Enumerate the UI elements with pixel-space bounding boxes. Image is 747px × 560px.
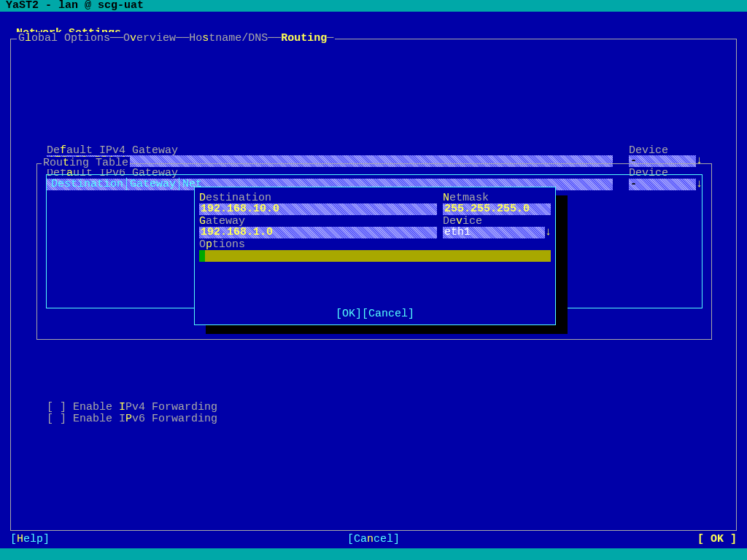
routing-table-header: Destination│Gateway│Net xyxy=(51,178,202,190)
tab-routing[interactable]: Routing xyxy=(281,32,327,44)
footer-bar: [Help] [Cancel] [ OK ] xyxy=(10,533,737,545)
ok-button[interactable]: [ OK ] xyxy=(697,533,737,545)
enable-ipv6-forwarding-checkbox[interactable]: [ ] Enable IPv6 Forwarding xyxy=(47,413,217,425)
cancel-button[interactable]: [Cancel] xyxy=(362,308,414,320)
dialog-buttons: [OK][Cancel] xyxy=(195,308,555,320)
help-button[interactable]: [Help] xyxy=(10,533,50,545)
tab-hostname-dns[interactable]: Hostname/DNS xyxy=(189,32,268,44)
dropdown-arrow-icon[interactable]: ↓ xyxy=(545,227,551,238)
destination-input[interactable]: 192.168.10.0 xyxy=(199,203,437,215)
enable-ipv4-forwarding-checkbox[interactable]: [ ] Enable IPv4 Forwarding xyxy=(47,401,217,413)
ok-button[interactable]: [OK] xyxy=(336,308,362,320)
routing-table-title: Routing Table xyxy=(42,157,130,169)
cancel-button[interactable]: [Cancel] xyxy=(347,533,400,545)
tab-bar: Global Options──Overview──Hostname/DNS──… xyxy=(17,32,335,44)
netmask-input[interactable]: 255.255.255.0 xyxy=(443,203,551,215)
options-input[interactable] xyxy=(199,250,551,262)
label-options: Options xyxy=(199,238,245,251)
device-select[interactable]: eth1 xyxy=(443,227,545,238)
tab-overview[interactable]: Overview xyxy=(123,32,176,44)
gateway-input[interactable]: 192.168.1.0 xyxy=(199,227,437,238)
text-cursor xyxy=(199,250,205,262)
bottom-strip xyxy=(0,548,747,560)
window-title: YaST2 - lan @ scg-uat xyxy=(0,0,747,12)
tab-global-options[interactable]: Global Options xyxy=(18,32,110,44)
route-edit-dialog: Destination Netmask 192.168.10.0 255.255… xyxy=(194,187,556,325)
